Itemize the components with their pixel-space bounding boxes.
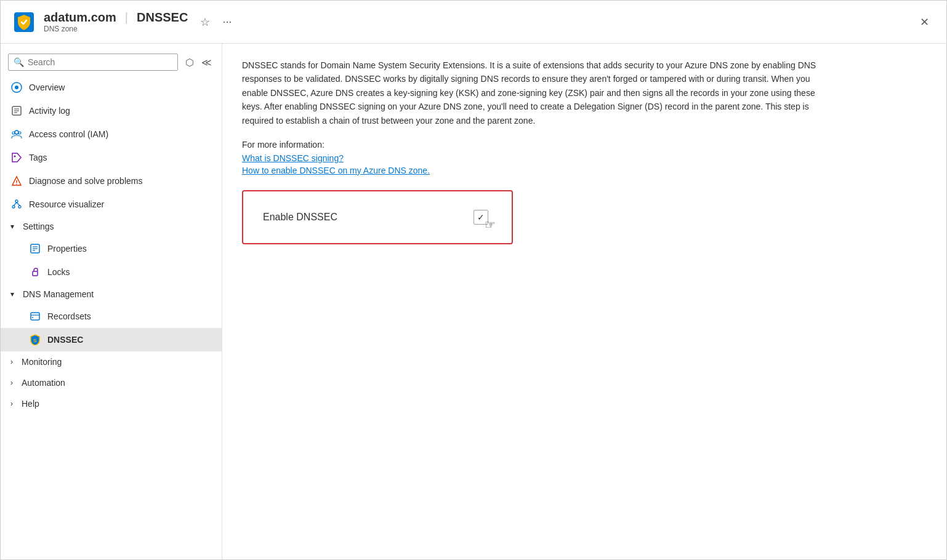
- sidebar-item-tags-label: Tags: [29, 153, 212, 162]
- sidebar: 🔍 ⬡ ≪ Overview Activity: [1, 44, 222, 559]
- sidebar-item-dnssec[interactable]: S DNSSEC: [1, 328, 222, 351]
- properties-icon: [29, 242, 41, 255]
- sidebar-section-help[interactable]: › Help: [1, 393, 222, 414]
- sidebar-item-overview-label: Overview: [29, 82, 212, 92]
- tags-icon: [10, 151, 23, 164]
- sidebar-item-dnssec-label: DNSSEC: [47, 335, 83, 345]
- settings-chevron: ▾: [10, 222, 14, 231]
- sidebar-item-diagnose-label: Diagnose and solve problems: [29, 176, 212, 186]
- more-info: For more information: What is DNSSEC sig…: [242, 140, 927, 175]
- dns-management-chevron: ▾: [10, 290, 14, 298]
- sidebar-item-activity-log[interactable]: Activity log: [1, 99, 222, 122]
- search-input[interactable]: [28, 57, 172, 67]
- sidebar-section-help-label: Help: [22, 399, 39, 409]
- sidebar-section-monitoring-label: Monitoring: [22, 357, 62, 367]
- enable-dnssec-checkbox[interactable]: ✓: [474, 210, 488, 225]
- sidebar-item-resource-visualizer[interactable]: Resource visualizer: [1, 193, 222, 216]
- sidebar-item-resource-visualizer-label: Resource visualizer: [29, 199, 212, 209]
- sidebar-item-locks[interactable]: Locks: [1, 260, 222, 284]
- header-title-group: adatum.com | DNSSEC DNS zone: [44, 10, 188, 33]
- how-to-enable-link[interactable]: How to enable DNSSEC on my Azure DNS zon…: [242, 166, 927, 175]
- sidebar-item-locks-label: Locks: [47, 267, 70, 277]
- search-icon: 🔍: [14, 57, 24, 67]
- svg-point-25: [32, 317, 33, 318]
- overview-icon: [10, 81, 23, 94]
- svg-line-16: [14, 202, 17, 206]
- resource-type: DNS zone: [44, 25, 188, 33]
- sidebar-item-recordsets-label: Recordsets: [47, 311, 91, 321]
- svg-point-15: [18, 206, 21, 208]
- sidebar-item-recordsets[interactable]: Recordsets: [1, 305, 222, 328]
- iam-icon: [10, 128, 23, 140]
- sidebar-item-properties-label: Properties: [47, 244, 87, 254]
- main-content: DNSSEC stands for Domain Name System Sec…: [222, 44, 946, 559]
- svg-text:S: S: [33, 338, 37, 343]
- what-is-dnssec-link[interactable]: What is DNSSEC signing?: [242, 153, 927, 163]
- svg-rect-22: [33, 271, 38, 276]
- sidebar-section-settings-label: Settings: [23, 222, 54, 231]
- diagnose-icon: [10, 175, 23, 187]
- resource-name: adatum.com: [44, 10, 116, 25]
- header-actions: ☆ ···: [198, 13, 234, 31]
- sidebar-item-iam[interactable]: Access control (IAM): [1, 122, 222, 146]
- sidebar-section-automation-label: Automation: [22, 378, 65, 388]
- sidebar-item-diagnose[interactable]: Diagnose and solve problems: [1, 169, 222, 193]
- close-button[interactable]: ✕: [915, 13, 934, 31]
- svg-point-12: [16, 183, 17, 185]
- monitoring-chevron: ›: [10, 358, 13, 366]
- automation-chevron: ›: [10, 378, 13, 387]
- svg-point-14: [12, 206, 15, 208]
- activity-log-icon: [10, 105, 23, 117]
- enable-dnssec-checkbox-container: ✓ ☞: [470, 206, 492, 228]
- sidebar-section-dns-management-label: DNS Management: [23, 289, 94, 299]
- more-info-label: For more information:: [242, 140, 927, 150]
- sidebar-item-tags[interactable]: Tags: [1, 146, 222, 169]
- description-text: DNSSEC stands for Domain Name System Sec…: [242, 58, 833, 127]
- svg-point-10: [14, 156, 16, 158]
- more-options-button[interactable]: ···: [220, 13, 234, 31]
- app-container: adatum.com | DNSSEC DNS zone ☆ ··· ✕ 🔍 ⬡: [1, 1, 946, 559]
- sidebar-item-iam-label: Access control (IAM): [29, 129, 212, 139]
- sidebar-toolbar: ⬡ ≪: [183, 54, 214, 71]
- enable-dnssec-box[interactable]: Enable DNSSEC ✓ ☞: [242, 190, 513, 244]
- page-name: DNSSEC: [137, 10, 188, 25]
- sidebar-item-overview[interactable]: Overview: [1, 76, 222, 99]
- sidebar-section-dns-management[interactable]: ▾ DNS Management: [1, 284, 222, 305]
- sidebar-section-settings[interactable]: ▾ Settings: [1, 216, 222, 237]
- favorite-button[interactable]: ☆: [198, 13, 212, 31]
- sidebar-item-properties[interactable]: Properties: [1, 237, 222, 260]
- search-container: 🔍 ⬡ ≪: [1, 49, 222, 76]
- resource-icon: [13, 11, 35, 33]
- locks-icon: [29, 266, 41, 278]
- sidebar-item-activity-log-label: Activity log: [29, 106, 212, 116]
- filter-button[interactable]: ⬡: [183, 54, 196, 71]
- header: adatum.com | DNSSEC DNS zone ☆ ··· ✕: [1, 1, 946, 44]
- sidebar-section-monitoring[interactable]: › Monitoring: [1, 351, 222, 372]
- collapse-button[interactable]: ≪: [199, 54, 214, 71]
- recordsets-icon: [29, 310, 41, 322]
- enable-dnssec-label: Enable DNSSEC: [263, 212, 337, 223]
- resource-visualizer-icon: [10, 198, 23, 210]
- svg-rect-23: [31, 313, 39, 320]
- help-chevron: ›: [10, 399, 13, 408]
- header-separator: |: [125, 10, 128, 25]
- svg-point-7: [15, 130, 18, 134]
- svg-point-2: [15, 86, 18, 89]
- search-box: 🔍: [8, 54, 178, 71]
- header-title: adatum.com | DNSSEC: [44, 10, 188, 25]
- dnssec-icon: S: [29, 334, 41, 346]
- svg-point-13: [15, 200, 18, 202]
- svg-line-17: [17, 202, 20, 206]
- sidebar-section-automation[interactable]: › Automation: [1, 372, 222, 393]
- body-layout: 🔍 ⬡ ≪ Overview Activity: [1, 44, 946, 559]
